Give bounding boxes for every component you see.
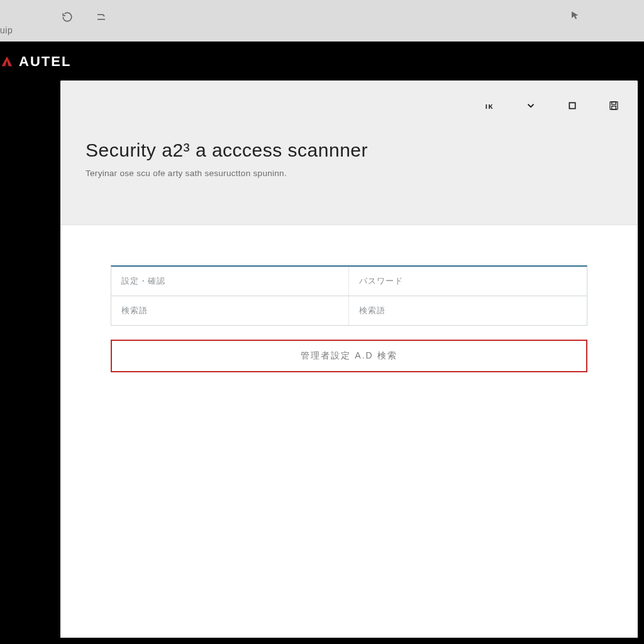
save-icon[interactable] — [608, 99, 620, 112]
form-area: 設定・確認 パスワード 検索語 検索語 管理者設定 A.D 検索 — [60, 225, 638, 372]
panel-header: ıκ Security a2³ a acccess scannner Teryi… — [60, 80, 638, 225]
address-bar-fragment: uip — [0, 25, 13, 35]
brand-logo-icon — [0, 55, 14, 69]
chevron-down-icon[interactable] — [525, 99, 537, 112]
page-subtitle: Teryinar ose scu ofe arty sath sesuructt… — [86, 169, 287, 178]
page-title: Security a2³ a acccess scannner — [86, 140, 368, 161]
field-search-term-2[interactable]: 検索語 — [349, 296, 587, 325]
new-tab-icon[interactable] — [94, 10, 108, 24]
svg-rect-2 — [612, 102, 616, 104]
app-window: AUTEL ıκ Security a2³ a acccess scannner… — [0, 42, 644, 644]
brand-name: AUTEL — [19, 53, 71, 70]
field-search-term-1[interactable]: 検索語 — [111, 296, 349, 325]
cursor-icon — [570, 10, 584, 24]
browser-chrome: uip — [0, 0, 644, 42]
fields-row-1: 設定・確認 パスワード — [111, 265, 587, 296]
brand: AUTEL — [0, 50, 71, 73]
main-panel: ıκ Security a2³ a acccess scannner Teryi… — [60, 80, 638, 638]
stop-icon[interactable] — [566, 99, 579, 112]
panel-action-bar: ıκ — [483, 99, 620, 112]
svg-rect-3 — [612, 106, 616, 109]
refresh-icon[interactable] — [60, 10, 74, 24]
submit-button[interactable]: 管理者設定 A.D 検索 — [111, 340, 587, 372]
svg-rect-0 — [569, 103, 575, 108]
field-settings[interactable]: 設定・確認 — [111, 267, 349, 296]
fields-row-2: 検索語 検索語 — [111, 296, 587, 326]
field-password[interactable]: パスワード — [349, 267, 587, 296]
action-text-icon[interactable]: ıκ — [483, 99, 496, 112]
